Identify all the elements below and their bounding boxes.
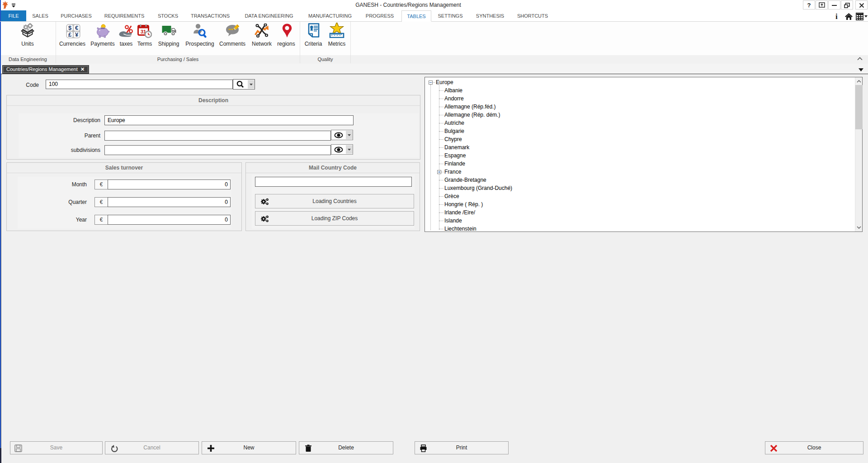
svg-text:¥: ¥ (75, 31, 79, 38)
svg-text:€: € (75, 24, 78, 31)
svg-text:£: £ (68, 31, 72, 38)
svg-text:$: $ (68, 24, 72, 31)
